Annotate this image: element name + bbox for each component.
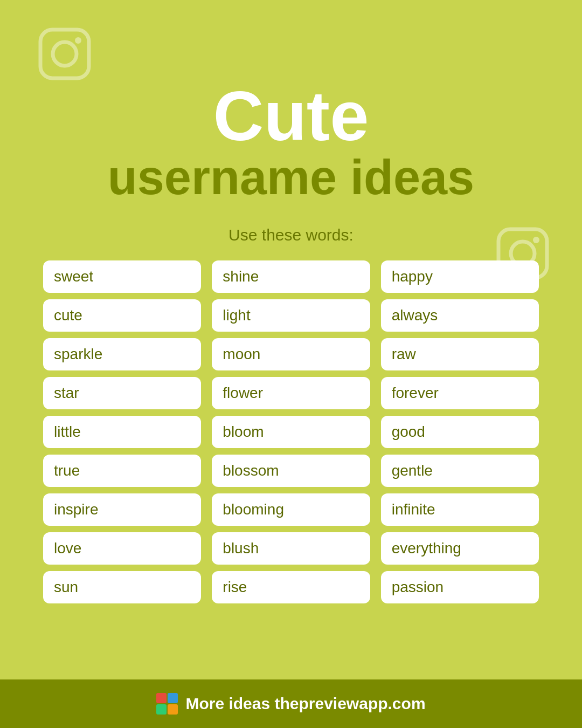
column-2: happyalwaysrawforevergoodgentleinfinitee…: [381, 260, 539, 603]
word-chip: everything: [381, 532, 539, 565]
word-chip: forever: [381, 377, 539, 409]
word-chip: bloom: [212, 416, 370, 448]
word-chip: light: [212, 299, 370, 332]
word-chip: sparkle: [43, 338, 201, 370]
column-1: shinelightmoonflowerbloomblossomblooming…: [212, 260, 370, 603]
instagram-icon-top-left: [38, 27, 92, 81]
instagram-icon-mid-right: [496, 226, 550, 280]
word-chip: rise: [212, 571, 370, 603]
word-chip: star: [43, 377, 201, 409]
word-chip: raw: [381, 338, 539, 370]
word-chip: always: [381, 299, 539, 332]
word-chip: flower: [212, 377, 370, 409]
word-chip: blossom: [212, 455, 370, 487]
word-chip: passion: [381, 571, 539, 603]
svg-point-4: [511, 242, 535, 265]
title-cute: Cute: [108, 81, 474, 151]
footer-logo: [156, 693, 178, 715]
svg-rect-0: [40, 30, 89, 78]
word-chip: sun: [43, 571, 201, 603]
svg-rect-6: [156, 693, 167, 703]
words-grid: sweetcutesparklestarlittletrueinspirelov…: [0, 260, 582, 603]
svg-point-2: [75, 37, 81, 44]
title-subtitle: username ideas: [108, 151, 474, 204]
svg-rect-3: [498, 229, 547, 278]
word-chip: little: [43, 416, 201, 448]
word-chip: love: [43, 532, 201, 565]
svg-point-5: [533, 237, 539, 243]
svg-point-1: [53, 42, 77, 66]
main-content: Cute username ideas Use these words: swe…: [0, 0, 582, 679]
word-chip: inspire: [43, 493, 201, 526]
word-chip: blush: [212, 532, 370, 565]
word-chip: moon: [212, 338, 370, 370]
title-section: Cute username ideas: [108, 81, 474, 204]
use-words-label: Use these words:: [228, 226, 354, 244]
word-chip: true: [43, 455, 201, 487]
word-chip: gentle: [381, 455, 539, 487]
word-chip: shine: [212, 260, 370, 293]
column-0: sweetcutesparklestarlittletrueinspirelov…: [43, 260, 201, 603]
svg-rect-7: [168, 693, 178, 703]
svg-rect-8: [156, 704, 167, 715]
word-chip: cute: [43, 299, 201, 332]
word-chip: good: [381, 416, 539, 448]
word-chip: infinite: [381, 493, 539, 526]
svg-rect-9: [168, 704, 178, 715]
footer: More ideas thepreviewapp.com: [0, 679, 582, 728]
footer-text: More ideas thepreviewapp.com: [185, 695, 425, 713]
word-chip: blooming: [212, 493, 370, 526]
word-chip: sweet: [43, 260, 201, 293]
